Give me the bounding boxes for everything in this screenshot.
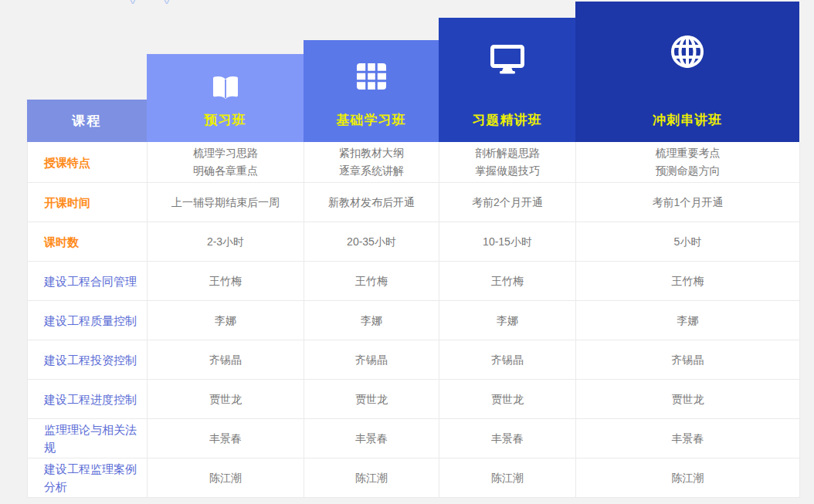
table-cell: 陈江潮	[304, 458, 439, 498]
cell-line: 考前2个月开通	[472, 194, 543, 211]
cell-line: 王竹梅	[209, 272, 242, 290]
row-label: 建设工程监理案例分析	[28, 458, 148, 498]
table-cell: 上一辅导期结束后一周	[148, 183, 304, 222]
cell-line: 丰景春	[672, 430, 704, 448]
table-cell: 10-15小时	[439, 222, 576, 262]
table-cell: 李娜	[148, 301, 304, 340]
cell-line: 贾世龙	[209, 391, 242, 408]
column-header-label: 冲刺串讲班	[575, 111, 799, 130]
column-header-label: 习题精讲班	[439, 111, 575, 130]
table-cell: 齐锡晶	[304, 340, 439, 380]
table-cell: 贾世龙	[439, 380, 576, 419]
cell-line: 陈江潮	[672, 469, 704, 487]
table-cell: 剖析解题思路掌握做题技巧	[439, 142, 576, 183]
column-header: 预习班	[147, 54, 304, 142]
cell-line: 上一辅导期结束后一周	[171, 194, 280, 211]
cell-line: 紧扣教材大纲	[339, 144, 404, 162]
monitor-icon	[439, 45, 575, 74]
table-cell: 考前2个月开通	[439, 183, 576, 222]
table-cell: 陈江潮	[148, 458, 304, 498]
chevron-down-icon: v	[164, 0, 170, 5]
cell-line: 贾世龙	[491, 391, 524, 408]
course-comparison-table: v v 课程 预习班基础学习班习题精讲班冲刺串讲班 授课特点梳理学习思路明确各章…	[0, 0, 814, 504]
table-cell: 2-3小时	[148, 222, 304, 262]
table-cell: 丰景春	[148, 419, 304, 458]
cell-line: 逐章系统讲解	[339, 162, 404, 180]
chevron-down-icon: v	[130, 0, 136, 5]
cell-line: 2-3小时	[207, 233, 244, 251]
cell-line: 李娜	[361, 312, 382, 330]
cell-line: 齐锡晶	[491, 351, 524, 369]
row-label: 授课特点	[28, 142, 148, 183]
column-header: 基础学习班	[304, 40, 439, 142]
table-cell: 丰景春	[576, 419, 800, 458]
cell-line: 陈江潮	[355, 469, 388, 487]
cell-line: 丰景春	[491, 430, 524, 448]
row-label: 监理理论与相关法规	[28, 419, 148, 458]
table-cell: 5小时	[576, 222, 800, 262]
table-cell: 贾世龙	[576, 380, 800, 419]
cell-line: 贾世龙	[355, 391, 388, 408]
table-cell: 李娜	[439, 301, 576, 340]
cell-line: 明确各章重点	[193, 162, 258, 180]
cell-line: 李娜	[497, 312, 518, 330]
table-cell: 齐锡晶	[576, 340, 800, 380]
cell-line: 齐锡晶	[355, 351, 388, 369]
cell-line: 丰景春	[355, 430, 388, 448]
table-cell: 陈江潮	[439, 458, 576, 498]
cell-line: 梳理重要考点	[656, 144, 721, 162]
table-cell: 考前1个月开通	[576, 183, 800, 222]
cell-line: 梳理学习思路	[193, 144, 258, 162]
row-label: 建设工程进度控制	[28, 380, 148, 419]
row-label: 建设工程合同管理	[28, 262, 148, 301]
cell-line: 剖析解题思路	[475, 144, 540, 162]
table-cell: 李娜	[576, 301, 800, 340]
cell-line: 王竹梅	[355, 272, 388, 290]
table-cell: 王竹梅	[576, 262, 800, 301]
globe-icon	[575, 34, 799, 69]
book-icon	[147, 75, 304, 99]
table-corner-header: 课程	[27, 100, 147, 142]
table-cell: 贾世龙	[148, 380, 304, 419]
table-cell: 20-35小时	[304, 222, 439, 262]
table-cell: 齐锡晶	[148, 340, 304, 380]
table-cell: 王竹梅	[304, 262, 439, 301]
column-header-label: 预习班	[147, 111, 304, 130]
cell-line: 王竹梅	[491, 272, 524, 290]
column-header-label: 基础学习班	[304, 111, 439, 130]
table-cell: 丰景春	[304, 419, 439, 458]
cell-line: 新教材发布后开通	[328, 194, 415, 211]
cell-line: 齐锡晶	[209, 351, 242, 369]
table-cell: 丰景春	[439, 419, 576, 458]
table-cell: 王竹梅	[439, 262, 576, 301]
cell-line: 预测命题方向	[656, 162, 721, 180]
cell-line: 齐锡晶	[672, 351, 704, 369]
table-cell: 李娜	[304, 301, 439, 340]
cell-line: 李娜	[677, 312, 699, 330]
cell-line: 陈江潮	[491, 469, 524, 487]
row-label: 建设工程投资控制	[28, 340, 148, 380]
cell-line: 丰景春	[209, 430, 242, 448]
cell-line: 5小时	[674, 233, 702, 251]
column-header: 冲刺串讲班	[575, 2, 799, 142]
column-header: 习题精讲班	[439, 18, 575, 142]
cell-line: 掌握做题技巧	[475, 162, 540, 180]
cell-line: 考前1个月开通	[653, 194, 724, 211]
table-cell: 齐锡晶	[439, 340, 576, 380]
table-cell: 梳理重要考点预测命题方向	[576, 142, 800, 183]
table-cell: 梳理学习思路明确各章重点	[148, 142, 304, 183]
cell-line: 王竹梅	[672, 272, 704, 290]
cell-line: 贾世龙	[672, 391, 704, 408]
table-cell: 陈江潮	[576, 458, 800, 498]
cell-line: 10-15小时	[483, 233, 532, 251]
row-label: 课时数	[28, 222, 148, 262]
table-cell: 新教材发布后开通	[304, 183, 439, 222]
cell-line: 陈江潮	[209, 469, 242, 487]
table-cell: 紧扣教材大纲逐章系统讲解	[304, 142, 439, 183]
table-body: 授课特点梳理学习思路明确各章重点紧扣教材大纲逐章系统讲解剖析解题思路掌握做题技巧…	[27, 142, 799, 498]
row-label: 建设工程质量控制	[28, 301, 148, 340]
table-cell: 贾世龙	[304, 380, 439, 419]
grid-icon	[304, 63, 439, 90]
row-label: 开课时间	[28, 183, 148, 222]
cell-line: 20-35小时	[347, 233, 396, 251]
